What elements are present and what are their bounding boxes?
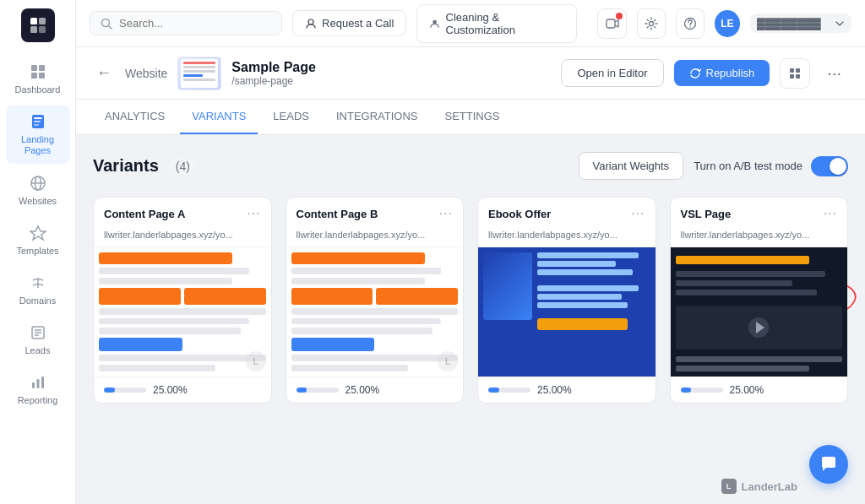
breadcrumb: Website bbox=[125, 67, 167, 80]
chat-button[interactable] bbox=[809, 445, 848, 484]
brand-name: LanderLab bbox=[742, 480, 797, 493]
help-icon bbox=[683, 17, 697, 30]
sidebar: Dashboard Landing Pages Websites Templat… bbox=[0, 0, 76, 504]
ab-test-toggle[interactable] bbox=[811, 156, 848, 176]
reporting-icon bbox=[29, 373, 47, 392]
sidebar-item-reporting[interactable]: Reporting bbox=[6, 366, 70, 413]
progress-bar-b bbox=[296, 387, 339, 393]
cards-grid: Content Page A ··· llwriter.landerlabpag… bbox=[93, 197, 848, 404]
svg-point-27 bbox=[433, 19, 438, 24]
card-footer-b: 25.00% bbox=[286, 377, 464, 403]
username-text: ▓▓▓▓▓▓▓▓ bbox=[757, 17, 828, 30]
back-button[interactable]: ← bbox=[93, 61, 115, 85]
card-preview-a: L bbox=[94, 247, 271, 377]
tab-leads[interactable]: LEADS bbox=[261, 100, 321, 134]
svg-rect-21 bbox=[32, 382, 35, 388]
search-input[interactable] bbox=[119, 17, 254, 30]
svg-rect-9 bbox=[34, 117, 42, 119]
search-box[interactable] bbox=[90, 11, 282, 35]
cleaning-icon bbox=[429, 18, 440, 30]
card-menu-b[interactable]: ··· bbox=[439, 206, 453, 221]
tab-settings[interactable]: SETTINGS bbox=[433, 100, 512, 134]
svg-rect-1 bbox=[39, 18, 46, 24]
card-footer-d: 25.00% bbox=[671, 377, 848, 403]
svg-rect-11 bbox=[34, 124, 39, 126]
card-url-d: llwriter.landerlabpages.xyz/yo... bbox=[671, 230, 848, 247]
dashboard-icon bbox=[29, 62, 47, 81]
variant-card-c[interactable]: Ebook Offer ··· llwriter.landerlabpages.… bbox=[477, 197, 656, 404]
svg-rect-35 bbox=[796, 74, 800, 79]
cleaning-badge[interactable]: Cleaning & Customization bbox=[416, 4, 577, 43]
video-icon-btn[interactable] bbox=[597, 8, 626, 39]
svg-rect-3 bbox=[39, 26, 46, 33]
card-title-b: Content Page B bbox=[296, 208, 378, 220]
templates-icon bbox=[29, 224, 47, 242]
card-preview-b: L bbox=[286, 247, 464, 377]
content-area: Variants (4) Variant Weights Turn on A/B… bbox=[76, 135, 865, 504]
tab-integrations[interactable]: INTEGRATIONS bbox=[324, 100, 430, 134]
svg-rect-32 bbox=[790, 68, 794, 73]
more-options-button[interactable]: ··· bbox=[820, 60, 848, 86]
gear-icon bbox=[645, 17, 658, 30]
svg-rect-33 bbox=[796, 68, 800, 73]
settings-icon-btn[interactable] bbox=[637, 8, 666, 39]
user-menu[interactable]: ▓▓▓▓▓▓▓▓ bbox=[750, 14, 851, 33]
branding: L LanderLab bbox=[721, 479, 797, 494]
svg-point-31 bbox=[689, 26, 690, 27]
page-header: ← Website Sample Page /sample-page Open … bbox=[76, 47, 865, 100]
variant-card-d[interactable]: VSL Page ··· llwriter.landerlabpages.xyz… bbox=[670, 197, 849, 404]
open-editor-button[interactable]: Open in Editor bbox=[561, 59, 663, 87]
sidebar-logo bbox=[21, 8, 55, 42]
grid-icon bbox=[788, 67, 802, 80]
sidebar-item-websites-label: Websites bbox=[19, 196, 57, 207]
card-title-c: Ebook Offer bbox=[488, 208, 551, 220]
toggle-thumb bbox=[830, 158, 846, 175]
card-footer-c: 25.00% bbox=[478, 377, 656, 403]
domains-icon bbox=[29, 274, 47, 292]
sidebar-item-websites[interactable]: Websites bbox=[6, 167, 70, 214]
card-title-a: Content Page A bbox=[104, 208, 185, 220]
variant-card-a[interactable]: Content Page A ··· llwriter.landerlabpag… bbox=[93, 197, 272, 404]
tab-analytics[interactable]: ANALYTICS bbox=[93, 100, 177, 134]
page-info: Sample Page /sample-page bbox=[231, 60, 316, 87]
sidebar-item-domains-label: Domains bbox=[19, 295, 56, 306]
card-url-a: llwriter.landerlabpages.xyz/yo... bbox=[94, 230, 271, 247]
tab-variants[interactable]: VARIANTS bbox=[180, 100, 258, 134]
card-preview-c bbox=[478, 247, 656, 377]
republish-button[interactable]: Republish bbox=[674, 60, 770, 86]
sidebar-item-domains[interactable]: Domains bbox=[6, 267, 70, 313]
variants-header: Variants (4) Variant Weights Turn on A/B… bbox=[93, 152, 848, 180]
card-header-c: Ebook Offer ··· bbox=[478, 198, 656, 230]
svg-point-29 bbox=[649, 21, 653, 25]
card-header-a: Content Page A ··· bbox=[94, 198, 271, 230]
watermark-a: L bbox=[246, 351, 266, 371]
grid-view-button[interactable] bbox=[780, 58, 810, 89]
sidebar-item-leads-label: Leads bbox=[25, 345, 51, 356]
percent-label-d: 25.00% bbox=[730, 384, 764, 396]
sidebar-item-templates[interactable]: Templates bbox=[6, 217, 70, 263]
card-menu-c[interactable]: ··· bbox=[631, 206, 645, 221]
card-menu-d[interactable]: ··· bbox=[824, 206, 837, 221]
svg-rect-23 bbox=[41, 377, 44, 388]
card-title-d: VSL Page bbox=[681, 208, 732, 220]
sidebar-item-leads[interactable]: Leads bbox=[6, 317, 70, 363]
variant-weights-button[interactable]: Variant Weights bbox=[579, 152, 684, 180]
svg-rect-10 bbox=[34, 121, 41, 122]
card-header-d: VSL Page ··· bbox=[671, 198, 848, 230]
card-url-b: llwriter.landerlabpages.xyz/yo... bbox=[286, 230, 464, 247]
card-menu-a[interactable]: ··· bbox=[247, 206, 260, 221]
svg-rect-4 bbox=[31, 65, 37, 71]
request-call-button[interactable]: Request a Call bbox=[292, 10, 406, 36]
card-url-c: llwriter.landerlabpages.xyz/yo... bbox=[478, 230, 656, 247]
sidebar-item-dashboard[interactable]: Dashboard bbox=[6, 56, 70, 102]
sidebar-item-landing-pages[interactable]: Landing Pages bbox=[6, 106, 70, 163]
chat-icon bbox=[819, 455, 838, 474]
svg-rect-0 bbox=[30, 18, 37, 24]
variant-card-b[interactable]: Content Page B ··· llwriter.landerlabpag… bbox=[286, 197, 465, 404]
help-icon-btn[interactable] bbox=[676, 8, 705, 39]
sidebar-item-templates-label: Templates bbox=[16, 246, 58, 257]
main-content: Request a Call Cleaning & Customization … bbox=[76, 0, 865, 504]
cleaning-label: Cleaning & Customization bbox=[446, 11, 565, 36]
card-header-b: Content Page B ··· bbox=[286, 198, 464, 230]
leads-icon bbox=[29, 323, 47, 342]
